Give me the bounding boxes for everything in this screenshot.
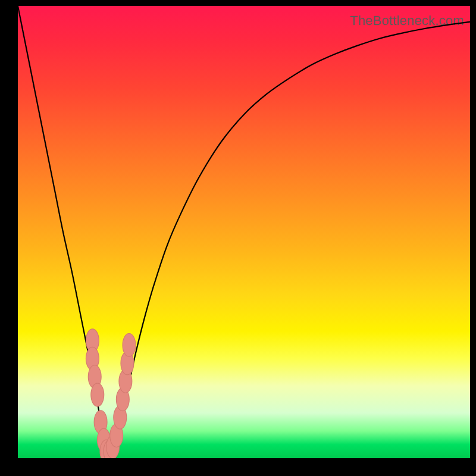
curve-marker (123, 334, 136, 357)
curve-marker (91, 383, 104, 406)
chart-svg (18, 6, 470, 458)
curve-markers (86, 329, 135, 458)
bottleneck-curve-line (18, 6, 470, 455)
chart-frame: TheBottleneck.com (0, 0, 476, 476)
chart-plot-area: TheBottleneck.com (18, 6, 470, 458)
